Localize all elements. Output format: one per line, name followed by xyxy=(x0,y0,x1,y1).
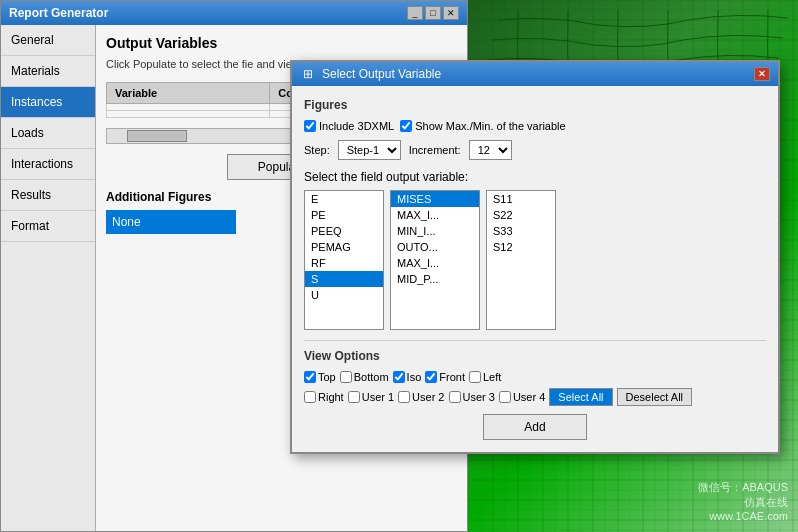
left-checkbox[interactable] xyxy=(469,371,481,383)
none-item[interactable]: None xyxy=(106,210,236,234)
user2-label: User 2 xyxy=(412,391,444,403)
bottom-label: Bottom xyxy=(354,371,389,383)
maximize-button[interactable]: □ xyxy=(425,6,441,20)
right-checkbox-label: Right xyxy=(304,391,344,403)
add-button[interactable]: Add xyxy=(483,414,586,440)
show-maxmin-checkbox[interactable] xyxy=(400,120,412,132)
front-checkbox-label: Front xyxy=(425,371,465,383)
dialog-title: Select Output Variable xyxy=(322,67,441,81)
sidebar: General Materials Instances Loads Intera… xyxy=(1,25,96,531)
show-maxmin-checkbox-item: Show Max./Min. of the variable xyxy=(400,120,565,132)
dialog-body: Figures Include 3DXML Show Max./Min. of … xyxy=(292,86,778,452)
user1-checkbox[interactable] xyxy=(348,391,360,403)
list-item-MAX_I[interactable]: MAX_I... xyxy=(391,207,479,223)
user2-checkbox-label: User 2 xyxy=(398,391,444,403)
figures-checkboxes: Include 3DXML Show Max./Min. of the vari… xyxy=(304,120,766,132)
list-item-RF[interactable]: RF xyxy=(305,255,383,271)
front-checkbox[interactable] xyxy=(425,371,437,383)
iso-checkbox[interactable] xyxy=(393,371,405,383)
right-label: Right xyxy=(318,391,344,403)
increment-label: Increment: xyxy=(409,144,461,156)
select-output-dialog: ⊞ Select Output Variable ✕ Figures Inclu… xyxy=(290,60,780,454)
list-item-PEEQ[interactable]: PEEQ xyxy=(305,223,383,239)
include-3dxml-checkbox[interactable] xyxy=(304,120,316,132)
list-item-E[interactable]: E xyxy=(305,191,383,207)
sidebar-item-loads[interactable]: Loads xyxy=(1,118,95,149)
step-select[interactable]: Step-1 xyxy=(338,140,401,160)
watermark: 微信号：ABAQUS 仿真在线 www.1CAE.com xyxy=(698,480,788,522)
list-item-MAX_I2[interactable]: MAX_I... xyxy=(391,255,479,271)
panel-title: Output Variables xyxy=(106,35,457,51)
user1-checkbox-label: User 1 xyxy=(348,391,394,403)
left-list[interactable]: E PE PEEQ PEMAG RF S U xyxy=(304,190,384,330)
middle-list[interactable]: MISES MAX_I... MIN_I... OUTO... MAX_I...… xyxy=(390,190,480,330)
list-item-MID_P[interactable]: MID_P... xyxy=(391,271,479,287)
watermark-line2: 仿真在线 xyxy=(698,495,788,510)
view-options-label: View Options xyxy=(304,349,766,363)
user4-label: User 4 xyxy=(513,391,545,403)
select-all-button[interactable]: Select All xyxy=(549,388,612,406)
close-button[interactable]: ✕ xyxy=(443,6,459,20)
user1-label: User 1 xyxy=(362,391,394,403)
deselect-all-button[interactable]: Deselect All xyxy=(617,388,692,406)
list-item-PE[interactable]: PE xyxy=(305,207,383,223)
col-variable: Variable xyxy=(107,83,270,104)
title-bar-controls: _ □ ✕ xyxy=(407,6,459,20)
user3-label: User 3 xyxy=(463,391,495,403)
include-3dxml-label: Include 3DXML xyxy=(319,120,394,132)
user3-checkbox-label: User 3 xyxy=(449,391,495,403)
dialog-title-bar: ⊞ Select Output Variable ✕ xyxy=(292,62,778,86)
step-label: Step: xyxy=(304,144,330,156)
lists-container: E PE PEEQ PEMAG RF S U MISES MAX_I... MI… xyxy=(304,190,766,330)
list-item-OUTO[interactable]: OUTO... xyxy=(391,239,479,255)
show-maxmin-label: Show Max./Min. of the variable xyxy=(415,120,565,132)
list-item-PEMAG[interactable]: PEMAG xyxy=(305,239,383,255)
user4-checkbox[interactable] xyxy=(499,391,511,403)
iso-checkbox-label: Iso xyxy=(393,371,422,383)
list-item-U[interactable]: U xyxy=(305,287,383,303)
sidebar-item-interactions[interactable]: Interactions xyxy=(1,149,95,180)
user4-checkbox-label: User 4 xyxy=(499,391,545,403)
list-item-S[interactable]: S xyxy=(305,271,383,287)
dialog-close-button[interactable]: ✕ xyxy=(754,67,770,81)
list-item-S11[interactable]: S11 xyxy=(487,191,555,207)
bottom-checkbox-label: Bottom xyxy=(340,371,389,383)
scroll-thumb[interactable] xyxy=(127,130,187,142)
left-label: Left xyxy=(483,371,501,383)
list-item-S12[interactable]: S12 xyxy=(487,239,555,255)
sidebar-item-format[interactable]: Format xyxy=(1,211,95,242)
figures-section-label: Figures xyxy=(304,98,766,112)
sidebar-item-results[interactable]: Results xyxy=(1,180,95,211)
user2-checkbox[interactable] xyxy=(398,391,410,403)
user3-checkbox[interactable] xyxy=(449,391,461,403)
watermark-line3: www.1CAE.com xyxy=(698,510,788,522)
sidebar-item-general[interactable]: General xyxy=(1,25,95,56)
list-item-S33[interactable]: S33 xyxy=(487,223,555,239)
minimize-button[interactable]: _ xyxy=(407,6,423,20)
watermark-line1: 微信号：ABAQUS xyxy=(698,480,788,495)
top-label: Top xyxy=(318,371,336,383)
view-options-section: View Options Top Bottom Iso Front xyxy=(304,340,766,406)
sidebar-item-materials[interactable]: Materials xyxy=(1,56,95,87)
main-window-title: Report Generator xyxy=(9,6,108,20)
view-row-1: Top Bottom Iso Front Left xyxy=(304,371,766,383)
increment-select[interactable]: 12 xyxy=(469,140,512,160)
bottom-checkbox[interactable] xyxy=(340,371,352,383)
list-item-S22[interactable]: S22 xyxy=(487,207,555,223)
view-row-2: Right User 1 User 2 User 3 User 4 xyxy=(304,388,766,406)
list-item-MIN_I[interactable]: MIN_I... xyxy=(391,223,479,239)
dialog-icon: ⊞ xyxy=(300,66,316,82)
field-output-label: Select the field output variable: xyxy=(304,170,766,184)
list-item-MISES[interactable]: MISES xyxy=(391,191,479,207)
sidebar-item-instances[interactable]: Instances xyxy=(1,87,95,118)
front-label: Front xyxy=(439,371,465,383)
step-row: Step: Step-1 Increment: 12 xyxy=(304,140,766,160)
include-3dxml-checkbox-item: Include 3DXML xyxy=(304,120,394,132)
right-checkbox[interactable] xyxy=(304,391,316,403)
top-checkbox[interactable] xyxy=(304,371,316,383)
top-checkbox-label: Top xyxy=(304,371,336,383)
iso-label: Iso xyxy=(407,371,422,383)
right-list[interactable]: S11 S22 S33 S12 xyxy=(486,190,556,330)
left-checkbox-label: Left xyxy=(469,371,501,383)
main-title-bar: Report Generator _ □ ✕ xyxy=(1,1,467,25)
